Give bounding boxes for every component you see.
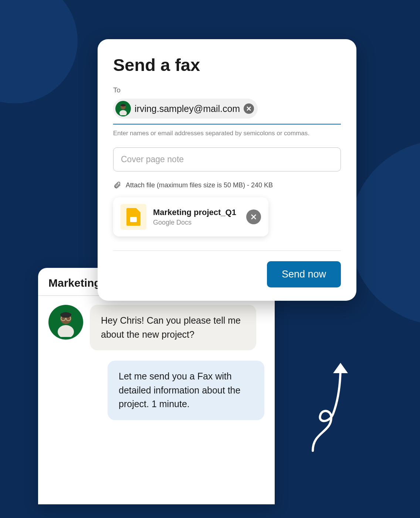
paperclip-icon [113,181,121,189]
avatar [48,305,83,340]
attachment-card: Marketing project_Q1 Google Docs [113,197,268,236]
attachment-source: Google Docs [153,219,240,226]
send-now-button[interactable]: Send now [267,261,341,287]
to-label: To [113,86,341,94]
remove-attachment-button[interactable] [246,209,261,224]
attach-label: Attach file (maximum files size is 50 MB… [126,181,273,189]
chat-message-row: Let me send you a Fax with detailed info… [48,361,264,420]
attachment-meta: Marketing project_Q1 Google Docs [153,208,240,226]
remove-recipient-button[interactable] [244,103,254,114]
chat-panel: Marketing Hey Chris! Can you please tell… [38,268,275,504]
attachment-name: Marketing project_Q1 [153,208,240,217]
modal-title: Send a fax [113,55,341,75]
chat-message-row: Hey Chris! Can you please tell me about … [48,305,264,350]
chat-bubble-incoming: Hey Chris! Can you please tell me about … [90,305,256,350]
chat-body: Hey Chris! Can you please tell me about … [38,296,275,429]
recipient-help-text: Enter names or email addresses separated… [113,130,341,137]
cover-note-input[interactable] [113,147,341,171]
google-slides-icon [121,204,146,230]
arrow-decoration [302,358,353,454]
avatar [115,101,131,116]
send-fax-modal: Send a fax To irving.sampley@mail.com En… [98,39,356,301]
background-circle [0,0,78,103]
chat-bubble-outgoing: Let me send you a Fax with detailed info… [108,361,264,420]
recipient-input[interactable]: irving.sampley@mail.com [113,99,341,125]
modal-actions: Send now [113,261,341,287]
recipient-email: irving.sampley@mail.com [135,103,240,114]
recipient-chip[interactable]: irving.sampley@mail.com [113,99,258,119]
attach-file-row[interactable]: Attach file (maximum files size is 50 MB… [113,181,341,189]
background-circle [350,140,420,325]
divider [113,251,341,251]
